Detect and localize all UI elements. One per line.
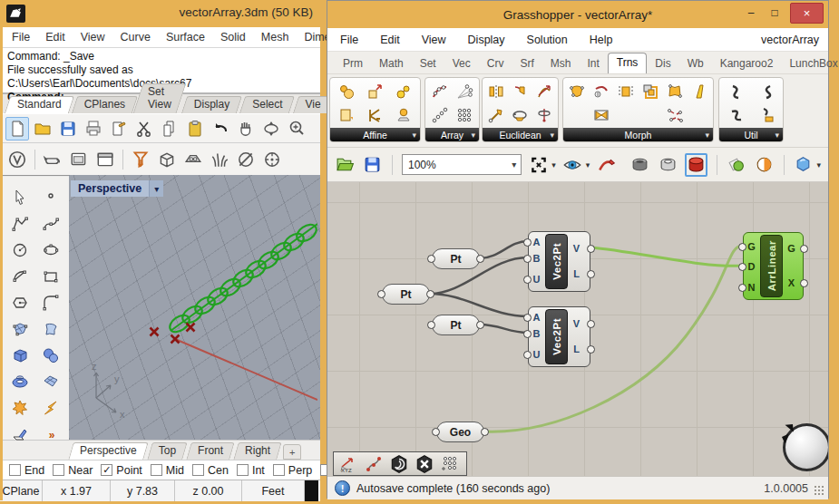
rhino-titlebar[interactable]: vectorArray.3dm (50 KB) bbox=[0, 0, 320, 27]
output-port[interactable] bbox=[476, 321, 484, 329]
rectangle-tool-icon[interactable] bbox=[38, 265, 63, 288]
input-port[interactable] bbox=[432, 428, 440, 436]
polyline-tool-icon[interactable] bbox=[7, 212, 32, 236]
osnap-mid[interactable]: Mid bbox=[151, 464, 184, 477]
geometry-param-node[interactable]: Geo bbox=[436, 422, 484, 442]
array-curve-icon[interactable] bbox=[429, 81, 451, 102]
output-port-x[interactable] bbox=[800, 279, 808, 287]
group-expand-icon[interactable]: ▾ bbox=[550, 131, 554, 140]
osnap-point[interactable]: ✓Point bbox=[101, 464, 142, 477]
input-port-b[interactable] bbox=[523, 330, 532, 338]
funnel-tool-button[interactable] bbox=[129, 148, 152, 171]
input-port-d[interactable] bbox=[738, 263, 746, 271]
util-curl2-icon[interactable] bbox=[756, 81, 777, 102]
close-button[interactable]: × bbox=[790, 3, 824, 24]
tab-crv[interactable]: Crv bbox=[479, 54, 512, 73]
tab-vec[interactable]: Vec bbox=[444, 54, 479, 73]
array-linear-icon[interactable] bbox=[429, 104, 451, 126]
point-tool-icon[interactable] bbox=[38, 186, 63, 209]
input-port-u[interactable] bbox=[523, 351, 532, 359]
morph-surface-icon[interactable] bbox=[566, 81, 588, 102]
toolbar-tab-display[interactable]: Display bbox=[184, 96, 239, 113]
gumball-widget-button[interactable] bbox=[793, 153, 814, 177]
grasshopper-canvas[interactable]: Pt Pt Pt Geo A B U Vec2Pt V L bbox=[327, 182, 828, 476]
current-document-label[interactable]: vectorArray bbox=[761, 34, 819, 46]
open-document-button[interactable] bbox=[335, 153, 356, 177]
osnap-int[interactable]: Int bbox=[237, 464, 265, 477]
save-button[interactable] bbox=[56, 117, 80, 141]
rhino-menu-solid[interactable]: Solid bbox=[220, 31, 246, 44]
zoom-extents-dropdown-icon[interactable]: ▾ bbox=[551, 160, 556, 170]
minimize-button[interactable]: – bbox=[741, 6, 761, 23]
axes-widget-icon[interactable]: XYZ bbox=[337, 454, 359, 474]
util-curl-box-icon[interactable] bbox=[756, 104, 777, 126]
group-array-bar[interactable]: Array▾ bbox=[425, 128, 479, 141]
vector2pt-component[interactable]: A B U Vec2Pt V L bbox=[528, 231, 590, 292]
tab-prm[interactable]: Prm bbox=[335, 54, 371, 73]
cut-button[interactable] bbox=[132, 117, 156, 141]
disable-widget-icon[interactable] bbox=[414, 454, 435, 474]
gh-menu-solution[interactable]: Solution bbox=[527, 34, 568, 46]
osnap-end-checkbox[interactable] bbox=[9, 464, 21, 476]
surface-cp-tool-icon[interactable] bbox=[7, 317, 32, 341]
osnap-end[interactable]: End bbox=[9, 464, 44, 477]
euclidean-spin-icon[interactable] bbox=[533, 104, 555, 126]
grasshopper-titlebar[interactable]: Grasshopper - vectorArray* – □ × bbox=[327, 1, 828, 28]
render-plane-button[interactable] bbox=[181, 148, 205, 171]
pan-button[interactable] bbox=[234, 117, 258, 141]
affine-orient-icon[interactable] bbox=[393, 81, 415, 102]
gh-menu-edit[interactable]: Edit bbox=[380, 34, 400, 46]
input-port[interactable] bbox=[427, 255, 435, 263]
component-name-panel[interactable]: Vec2Pt bbox=[545, 234, 568, 289]
rhino-menu-edit[interactable]: Edit bbox=[45, 31, 65, 44]
tab-srf[interactable]: Srf bbox=[512, 54, 541, 73]
rhino-app-icon[interactable] bbox=[6, 5, 25, 23]
undo-button[interactable] bbox=[209, 117, 232, 141]
tab-math[interactable]: Math bbox=[371, 54, 412, 73]
resize-grip[interactable] bbox=[814, 485, 824, 496]
curve-widget-icon[interactable] bbox=[363, 454, 385, 474]
document-preview-settings-button[interactable] bbox=[754, 153, 775, 177]
explode-tool-icon[interactable] bbox=[7, 396, 32, 420]
viewport-tab-front[interactable]: Front bbox=[189, 442, 232, 460]
render-frame-button[interactable] bbox=[67, 148, 91, 171]
morph-stretch-icon[interactable] bbox=[615, 81, 637, 102]
osnap-perp[interactable]: Perp bbox=[273, 464, 312, 477]
osnap-point-checkbox[interactable]: ✓ bbox=[101, 464, 112, 476]
patch-surface-tool-icon[interactable] bbox=[38, 370, 63, 393]
only-draw-selected-button[interactable] bbox=[726, 153, 746, 177]
util-curl1-icon[interactable] bbox=[726, 81, 747, 102]
affine-scale-icon[interactable] bbox=[336, 81, 357, 102]
morph-box-icon[interactable] bbox=[639, 81, 661, 102]
preview-dropdown-icon[interactable]: ▾ bbox=[586, 160, 590, 170]
ellipse-tool-icon[interactable] bbox=[38, 238, 63, 262]
rhino-menu-curve[interactable]: Curve bbox=[121, 31, 151, 44]
group-expand-icon[interactable]: ▾ bbox=[775, 131, 779, 140]
save-document-button[interactable] bbox=[362, 153, 383, 177]
combo-arrow-icon[interactable]: ▾ bbox=[512, 160, 516, 170]
euclidean-move-icon[interactable] bbox=[485, 104, 507, 126]
euclidean-flip-icon[interactable] bbox=[533, 81, 555, 102]
viewport-dropdown-icon[interactable]: ▾ bbox=[149, 180, 163, 197]
input-port-a[interactable] bbox=[523, 314, 532, 322]
osnap-perp-checkbox[interactable] bbox=[273, 464, 285, 476]
util-curl3-icon[interactable] bbox=[726, 104, 747, 126]
vector2pt-component[interactable]: A B U Vec2Pt V L bbox=[528, 306, 590, 367]
perspective-viewport[interactable]: Perspective ▾ bbox=[69, 175, 320, 440]
euclidean-orient-icon[interactable] bbox=[509, 81, 531, 102]
output-port-g[interactable] bbox=[800, 245, 808, 253]
print-button[interactable] bbox=[82, 117, 105, 141]
input-port-b[interactable] bbox=[523, 255, 532, 263]
group-expand-icon[interactable]: ▾ bbox=[705, 131, 709, 140]
polygon-tool-icon[interactable] bbox=[7, 291, 32, 315]
new-file-button[interactable] bbox=[5, 117, 29, 141]
add-viewport-tab-button[interactable]: + bbox=[283, 444, 301, 460]
copy-button[interactable] bbox=[158, 117, 181, 141]
grass-fur-button[interactable] bbox=[208, 148, 231, 171]
grid-widget-icon[interactable] bbox=[439, 454, 461, 474]
curve-tool-icon[interactable] bbox=[38, 212, 63, 236]
output-port-v[interactable] bbox=[587, 245, 595, 253]
gh-menu-display[interactable]: Display bbox=[468, 34, 505, 46]
surface-sweep-tool-icon[interactable] bbox=[38, 317, 63, 341]
output-port[interactable] bbox=[426, 290, 434, 298]
